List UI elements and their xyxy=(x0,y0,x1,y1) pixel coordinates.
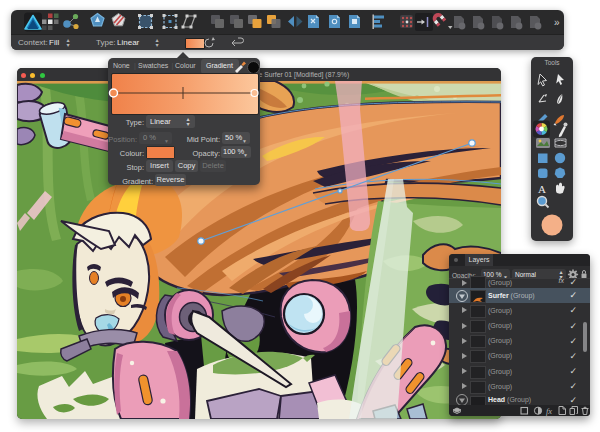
svg-text:A: A xyxy=(538,183,546,195)
svg-text:fx: fx xyxy=(546,406,552,416)
svg-text:»: » xyxy=(554,17,560,28)
